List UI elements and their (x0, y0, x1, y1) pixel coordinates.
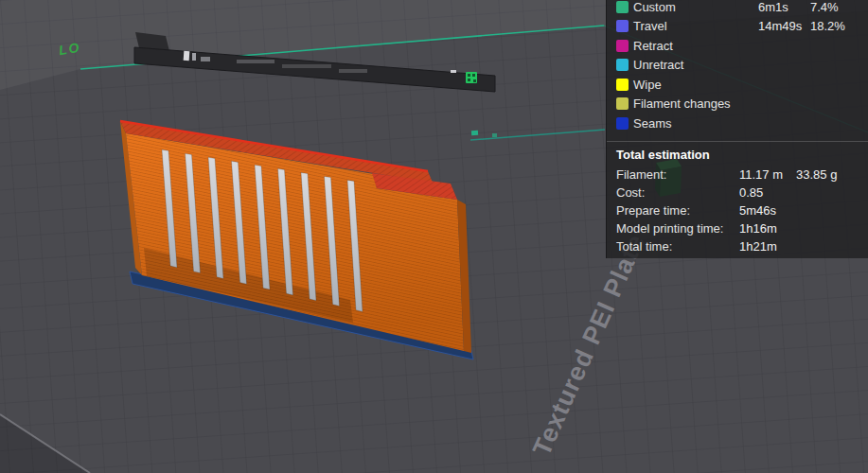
legend-item-custom[interactable]: Custom 6m1s 7.4% (607, 0, 868, 17)
print-statistics-panel: Custom 6m1s 7.4% Travel 14m49s 18.2% Ret… (606, 0, 868, 258)
legend-label: Wipe (633, 78, 758, 92)
estimation-label: Prepare time: (616, 203, 739, 218)
legend-color-swatch (616, 40, 629, 52)
legend-item-filament-changes[interactable]: Filament changes (607, 95, 868, 114)
estimation-label: Filament: (616, 167, 739, 182)
legend-item-unretract[interactable]: Unretract (607, 56, 868, 76)
legend-percent: 7.4% (810, 0, 868, 14)
estimation-row-model-printing-time: Model printing time: 1h16m (607, 219, 868, 237)
legend-item-travel[interactable]: Travel 14m49s 18.2% (607, 17, 868, 37)
legend-time: 6m1s (758, 0, 810, 14)
estimation-label: Cost: (616, 185, 739, 200)
estimation-value: 1h16m (739, 221, 796, 236)
estimation-row-total-time: Total time: 1h21m (607, 237, 868, 255)
legend-item-seams[interactable]: Seams (607, 114, 868, 133)
legend-label: Custom (633, 0, 758, 14)
legend-color-swatch (616, 117, 629, 130)
legend-label: Retract (633, 39, 758, 53)
estimation-value: 0.85 (739, 185, 796, 200)
estimation-value: 1h21m (739, 239, 796, 254)
estimation-row-cost: Cost: 0.85 (607, 184, 868, 201)
legend-color-swatch (616, 1, 629, 13)
legend-color-swatch (616, 79, 629, 91)
estimation-value2: 33.85 g (796, 167, 868, 182)
legend-color-swatch (616, 59, 629, 71)
estimation-label: Model printing time: (616, 221, 739, 236)
legend-item-wipe[interactable]: Wipe (607, 75, 868, 95)
legend-label: Filament changes (633, 96, 758, 111)
legend-percent: 18.2% (810, 19, 868, 33)
legend-label: Unretract (633, 58, 758, 72)
legend-list: Custom 6m1s 7.4% Travel 14m49s 18.2% Ret… (607, 0, 868, 133)
legend-label: Travel (633, 19, 758, 33)
slicer-preview-window: LO (0, 0, 868, 473)
estimation-row-filament: Filament: 11.17 m 33.85 g (607, 166, 868, 184)
plate-qr-icon (466, 72, 477, 83)
estimation-row-prepare-time: Prepare time: 5m46s (607, 201, 868, 219)
legend-label: Seams (633, 116, 758, 131)
legend-item-retract[interactable]: Retract (607, 36, 868, 56)
legend-time: 14m49s (758, 19, 810, 33)
legend-color-swatch (616, 20, 629, 32)
estimation-label: Total time: (616, 239, 739, 254)
estimation-value: 5m46s (739, 203, 796, 218)
legend-color-swatch (616, 97, 629, 110)
estimation-value: 11.17 m (739, 167, 796, 182)
total-estimation-title: Total estimation (607, 142, 868, 166)
